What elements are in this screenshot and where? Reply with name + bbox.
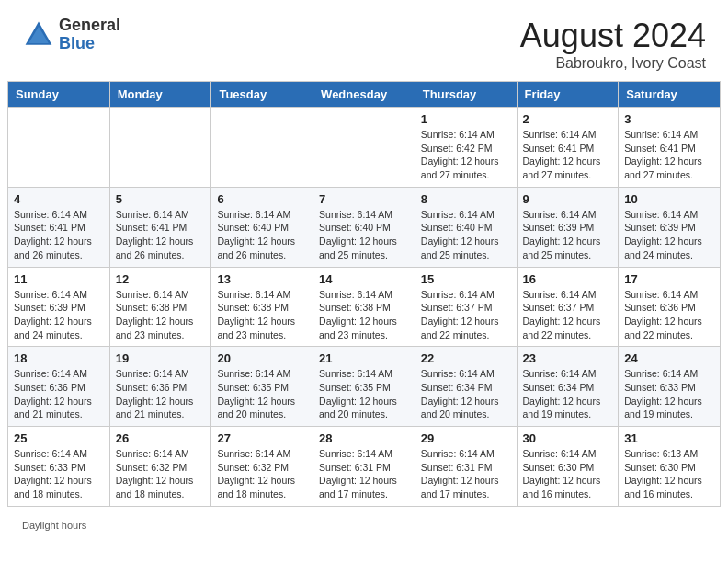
day-info: Sunrise: 6:14 AM Sunset: 6:41 PM Dayligh… (14, 208, 104, 262)
day-number: 6 (217, 192, 307, 206)
table-row: 22Sunrise: 6:14 AM Sunset: 6:34 PM Dayli… (415, 347, 517, 427)
day-number: 8 (421, 192, 511, 206)
day-info: Sunrise: 6:14 AM Sunset: 6:42 PM Dayligh… (421, 128, 511, 182)
day-number: 10 (624, 192, 714, 206)
table-row: 19Sunrise: 6:14 AM Sunset: 6:36 PM Dayli… (109, 347, 211, 427)
footer-note: Daylight hours (0, 514, 728, 536)
day-number: 20 (217, 351, 307, 365)
day-number: 12 (116, 272, 206, 286)
table-row: 31Sunrise: 6:13 AM Sunset: 6:30 PM Dayli… (619, 427, 721, 507)
calendar-week-5: 25Sunrise: 6:14 AM Sunset: 6:33 PM Dayli… (8, 427, 721, 507)
table-row (313, 108, 415, 188)
day-number: 14 (319, 272, 409, 286)
day-info: Sunrise: 6:14 AM Sunset: 6:40 PM Dayligh… (217, 208, 307, 262)
table-row: 13Sunrise: 6:14 AM Sunset: 6:38 PM Dayli… (211, 267, 313, 347)
day-number: 17 (624, 272, 714, 286)
col-monday: Monday (109, 82, 211, 108)
day-info: Sunrise: 6:14 AM Sunset: 6:38 PM Dayligh… (217, 288, 307, 342)
day-info: Sunrise: 6:14 AM Sunset: 6:32 PM Dayligh… (116, 447, 206, 501)
table-row: 8Sunrise: 6:14 AM Sunset: 6:40 PM Daylig… (415, 187, 517, 267)
col-wednesday: Wednesday (313, 82, 415, 108)
day-info: Sunrise: 6:14 AM Sunset: 6:37 PM Dayligh… (421, 288, 511, 342)
calendar-week-1: 1Sunrise: 6:14 AM Sunset: 6:42 PM Daylig… (8, 108, 721, 188)
calendar-week-4: 18Sunrise: 6:14 AM Sunset: 6:36 PM Dayli… (8, 347, 721, 427)
table-row: 14Sunrise: 6:14 AM Sunset: 6:38 PM Dayli… (313, 267, 415, 347)
table-row: 12Sunrise: 6:14 AM Sunset: 6:38 PM Dayli… (109, 267, 211, 347)
day-info: Sunrise: 6:14 AM Sunset: 6:38 PM Dayligh… (116, 288, 206, 342)
calendar-table: Sunday Monday Tuesday Wednesday Thursday… (7, 81, 721, 507)
day-info: Sunrise: 6:14 AM Sunset: 6:33 PM Dayligh… (624, 367, 714, 421)
col-tuesday: Tuesday (211, 82, 313, 108)
day-number: 22 (421, 351, 511, 365)
table-row: 6Sunrise: 6:14 AM Sunset: 6:40 PM Daylig… (211, 187, 313, 267)
day-info: Sunrise: 6:14 AM Sunset: 6:30 PM Dayligh… (523, 447, 613, 501)
day-info: Sunrise: 6:14 AM Sunset: 6:36 PM Dayligh… (624, 288, 714, 342)
table-row: 17Sunrise: 6:14 AM Sunset: 6:36 PM Dayli… (619, 267, 721, 347)
day-info: Sunrise: 6:14 AM Sunset: 6:34 PM Dayligh… (421, 367, 511, 421)
day-info: Sunrise: 6:14 AM Sunset: 6:32 PM Dayligh… (217, 447, 307, 501)
table-row: 24Sunrise: 6:14 AM Sunset: 6:33 PM Dayli… (619, 347, 721, 427)
table-row: 20Sunrise: 6:14 AM Sunset: 6:35 PM Dayli… (211, 347, 313, 427)
day-number: 3 (624, 112, 714, 126)
table-row: 16Sunrise: 6:14 AM Sunset: 6:37 PM Dayli… (517, 267, 619, 347)
table-row: 28Sunrise: 6:14 AM Sunset: 6:31 PM Dayli… (313, 427, 415, 507)
day-number: 29 (421, 431, 511, 445)
logo-icon (22, 18, 55, 52)
day-number: 19 (116, 351, 206, 365)
table-row: 23Sunrise: 6:14 AM Sunset: 6:34 PM Dayli… (517, 347, 619, 427)
day-info: Sunrise: 6:14 AM Sunset: 6:41 PM Dayligh… (624, 128, 714, 182)
table-row: 26Sunrise: 6:14 AM Sunset: 6:32 PM Dayli… (109, 427, 211, 507)
page-header: General Blue August 2024 Babroukro, Ivor… (0, 0, 728, 81)
day-info: Sunrise: 6:14 AM Sunset: 6:38 PM Dayligh… (319, 288, 409, 342)
day-number: 21 (319, 351, 409, 365)
day-info: Sunrise: 6:14 AM Sunset: 6:41 PM Dayligh… (116, 208, 206, 262)
table-row: 7Sunrise: 6:14 AM Sunset: 6:40 PM Daylig… (313, 187, 415, 267)
day-number: 5 (116, 192, 206, 206)
day-info: Sunrise: 6:14 AM Sunset: 6:39 PM Dayligh… (624, 208, 714, 262)
month-year-title: August 2024 (520, 17, 706, 55)
calendar-header-row: Sunday Monday Tuesday Wednesday Thursday… (8, 82, 721, 108)
table-row: 5Sunrise: 6:14 AM Sunset: 6:41 PM Daylig… (109, 187, 211, 267)
day-info: Sunrise: 6:14 AM Sunset: 6:35 PM Dayligh… (217, 367, 307, 421)
table-row: 2Sunrise: 6:14 AM Sunset: 6:41 PM Daylig… (517, 108, 619, 188)
day-number: 23 (523, 351, 613, 365)
calendar-week-2: 4Sunrise: 6:14 AM Sunset: 6:41 PM Daylig… (8, 187, 721, 267)
col-sunday: Sunday (8, 82, 110, 108)
day-number: 26 (116, 431, 206, 445)
table-row: 9Sunrise: 6:14 AM Sunset: 6:39 PM Daylig… (517, 187, 619, 267)
day-info: Sunrise: 6:14 AM Sunset: 6:34 PM Dayligh… (523, 367, 613, 421)
day-info: Sunrise: 6:14 AM Sunset: 6:37 PM Dayligh… (523, 288, 613, 342)
day-number: 25 (14, 431, 104, 445)
day-number: 9 (523, 192, 613, 206)
day-number: 2 (523, 112, 613, 126)
day-info: Sunrise: 6:14 AM Sunset: 6:39 PM Dayligh… (14, 288, 104, 342)
day-info: Sunrise: 6:13 AM Sunset: 6:30 PM Dayligh… (624, 447, 714, 501)
col-friday: Friday (517, 82, 619, 108)
day-info: Sunrise: 6:14 AM Sunset: 6:31 PM Dayligh… (421, 447, 511, 501)
table-row: 21Sunrise: 6:14 AM Sunset: 6:35 PM Dayli… (313, 347, 415, 427)
location-subtitle: Babroukro, Ivory Coast (520, 55, 706, 72)
day-number: 24 (624, 351, 714, 365)
day-info: Sunrise: 6:14 AM Sunset: 6:41 PM Dayligh… (523, 128, 613, 182)
table-row: 10Sunrise: 6:14 AM Sunset: 6:39 PM Dayli… (619, 187, 721, 267)
calendar-wrapper: Sunday Monday Tuesday Wednesday Thursday… (0, 81, 728, 514)
table-row: 3Sunrise: 6:14 AM Sunset: 6:41 PM Daylig… (619, 108, 721, 188)
table-row (211, 108, 313, 188)
day-info: Sunrise: 6:14 AM Sunset: 6:36 PM Dayligh… (14, 367, 104, 421)
daylight-hours-label: Daylight hours (22, 520, 86, 531)
day-info: Sunrise: 6:14 AM Sunset: 6:40 PM Dayligh… (319, 208, 409, 262)
day-number: 7 (319, 192, 409, 206)
day-number: 28 (319, 431, 409, 445)
col-thursday: Thursday (415, 82, 517, 108)
title-block: August 2024 Babroukro, Ivory Coast (520, 17, 706, 72)
table-row (8, 108, 110, 188)
table-row: 15Sunrise: 6:14 AM Sunset: 6:37 PM Dayli… (415, 267, 517, 347)
table-row: 11Sunrise: 6:14 AM Sunset: 6:39 PM Dayli… (8, 267, 110, 347)
day-info: Sunrise: 6:14 AM Sunset: 6:31 PM Dayligh… (319, 447, 409, 501)
table-row: 25Sunrise: 6:14 AM Sunset: 6:33 PM Dayli… (8, 427, 110, 507)
table-row: 30Sunrise: 6:14 AM Sunset: 6:30 PM Dayli… (517, 427, 619, 507)
day-number: 18 (14, 351, 104, 365)
logo-blue-text: Blue (59, 35, 120, 53)
day-number: 11 (14, 272, 104, 286)
table-row: 27Sunrise: 6:14 AM Sunset: 6:32 PM Dayli… (211, 427, 313, 507)
